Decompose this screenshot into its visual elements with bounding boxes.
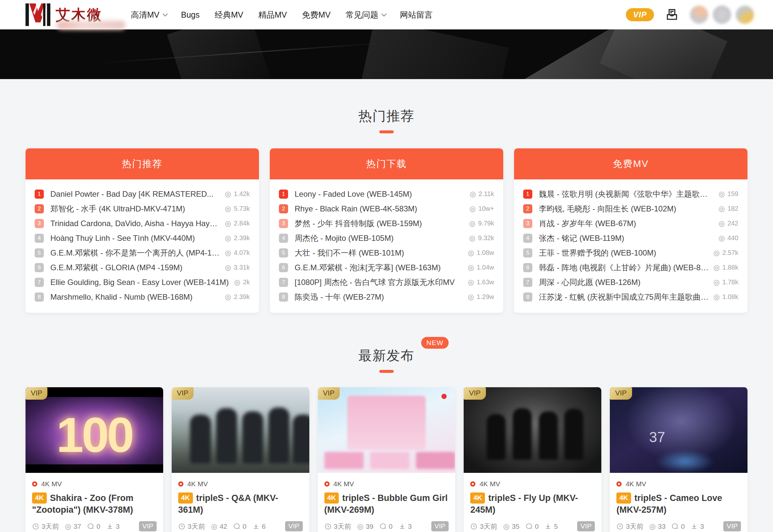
rank-list: 1Daniel Powter - Bad Day [4K REMASTERED.… xyxy=(25,179,259,313)
category: 4K MV xyxy=(324,480,449,488)
rank-item[interactable]: 5大壮 - 我们不一样 (WEB-101M)◎1.08w xyxy=(279,245,494,260)
views-icon: ◎ xyxy=(225,191,231,198)
view-count: ◎2.11k xyxy=(470,190,494,198)
rank-item[interactable]: 3梦然 - 少年 抖音特制版 (WEB-159M)◎9.79k xyxy=(279,216,494,231)
rank-item[interactable]: 8汪苏泷 - 红帆 (庆祝新中国成立75周年主题歌曲) (WE...◎1.08k xyxy=(523,290,738,304)
rank-item[interactable]: 2李昀锐, 毛晓彤 - 向阳生长 (WEB-102M)◎182 xyxy=(523,201,738,216)
comment-icon xyxy=(233,523,240,530)
video-card[interactable]: VIP 4K MV 4KtripleS - Q&A (MKV-361M) 3天前… xyxy=(172,387,309,532)
vip-tag: VIP xyxy=(25,387,47,400)
card-title[interactable]: 4KtripleS - Bubble Gum Girl (MKV-269M) xyxy=(324,492,449,518)
card-stats: 3天前 ◎39 0 3 VIP xyxy=(324,521,449,531)
downloads-stat: 5 xyxy=(545,523,558,530)
rank-item[interactable]: 1Daniel Powter - Bad Day [4K REMASTERED.… xyxy=(35,187,250,201)
nav-item-hd-mv[interactable]: 高清MV xyxy=(131,9,166,20)
thumbnail-art xyxy=(539,411,558,460)
thumbnail-art xyxy=(268,407,289,464)
rank-badge: 4 xyxy=(35,234,44,243)
video-thumbnail[interactable]: VIP 37 xyxy=(610,387,748,473)
views-icon: ◎ xyxy=(225,205,231,212)
clock-icon xyxy=(178,523,185,530)
views-icon: ◎ xyxy=(225,220,231,227)
video-title: 王菲 - 世界赠予我的 (WEB-100M) xyxy=(539,248,714,258)
rank-badge: 5 xyxy=(523,248,532,258)
rank-item[interactable]: 3Trinidad Cardona, DaVido, Aisha - Hayya… xyxy=(35,216,250,231)
rank-item[interactable]: 6G.E.M.邓紫棋 - GLORIA (MP4 -159M)◎3.31k xyxy=(35,260,250,275)
vip-tag: VIP xyxy=(172,387,193,400)
category-dot-icon xyxy=(616,481,622,487)
rank-item[interactable]: 5G.E.M.邓紫棋 - 你不是第一个离开的人 (MP4-127M)◎4.07k xyxy=(35,245,250,260)
rank-item[interactable]: 1Leony - Faded Love (WEB-145M)◎2.11k xyxy=(279,187,494,201)
view-count: ◎2.57k xyxy=(714,249,738,257)
nav-item-classic-mv[interactable]: 经典MV xyxy=(214,9,243,20)
video-thumbnail[interactable]: VIP xyxy=(318,387,456,473)
avatar[interactable] xyxy=(713,6,731,24)
vip-button[interactable]: VIP xyxy=(626,8,654,21)
rank-item[interactable]: 3肖战 - 岁岁年年 (WEB-67M)◎242 xyxy=(523,216,738,231)
avatar[interactable] xyxy=(736,6,754,24)
views-icon: ◎ xyxy=(468,279,474,286)
4k-badge: 4K xyxy=(324,492,339,504)
downloads-stat: 3 xyxy=(691,523,704,530)
nav-item-faq[interactable]: 常见问题 xyxy=(345,9,385,20)
inbox-icon[interactable] xyxy=(665,8,679,22)
nav-item-free-mv[interactable]: 免费MV xyxy=(302,9,330,20)
video-thumbnail[interactable]: VIP 100 xyxy=(25,387,163,473)
hero-shard xyxy=(600,29,728,79)
rank-item[interactable]: 5王菲 - 世界赠予我的 (WEB-100M)◎2.57k xyxy=(523,245,738,260)
nav-item-bugs[interactable]: Bugs xyxy=(181,10,200,20)
comment-icon xyxy=(671,523,679,530)
hero-shard xyxy=(361,29,509,79)
view-count: ◎5.73k xyxy=(225,205,250,212)
video-card[interactable]: VIP 37 4K MV 4KtripleS - Cameo Love (MKV… xyxy=(610,387,748,532)
rank-item[interactable]: 6韩磊 - 阵地 (电视剧《上甘岭》片尾曲) (WEB-86M)◎1.88k xyxy=(523,260,738,275)
card-title[interactable]: 4KShakira - Zoo (From "Zootopia") (MKV-3… xyxy=(32,492,157,518)
category-dot-icon xyxy=(470,481,476,487)
views-stat: ◎35 xyxy=(503,523,520,530)
rank-item[interactable]: 2郑智化 - 水手 (4K UltraHD-MKV-471M)◎5.73k xyxy=(35,201,250,216)
rank-item[interactable]: 8Marshmello, Khalid - Numb (WEB-168M)◎2.… xyxy=(35,290,250,304)
nav-item-premium-mv[interactable]: 精品MV xyxy=(258,9,287,20)
card-title[interactable]: 4KtripleS - Cameo Love (MKV-257M) xyxy=(616,492,741,518)
video-title: Rhye - Black Rain (WEB-4K-583M) xyxy=(294,204,469,213)
site-logo[interactable]: 艾木微 xyxy=(25,2,103,27)
video-card[interactable]: VIP 4K MV 4KtripleS - Fly Up (MKV-245M) … xyxy=(464,387,601,532)
video-title: [1080P] 周杰伦 - 告白气球 官方原版无水印MV xyxy=(294,277,468,288)
views-icon: ◎ xyxy=(469,235,476,242)
card-title[interactable]: 4KtripleS - Fly Up (MKV-245M) xyxy=(470,492,595,518)
video-thumbnail[interactable]: VIP xyxy=(172,387,309,473)
rank-item[interactable]: 8陈奕迅 - 十年 (WEB-27M)◎1.29w xyxy=(279,290,494,304)
video-title: 周深 - 心同此愿 (WEB-126M) xyxy=(539,277,714,288)
comment-icon xyxy=(526,523,533,530)
rank-item[interactable]: 7周深 - 心同此愿 (WEB-126M)◎1.78k xyxy=(523,275,738,290)
card-stats: 3天前 ◎33 0 3 VIP xyxy=(616,521,741,531)
views-icon: ◎ xyxy=(65,523,71,530)
title-underline xyxy=(379,370,394,373)
latest-section: 最新发布 NEW VIP 100 4K MV 4KShakira - Zoo (… xyxy=(0,347,773,532)
rank-item[interactable]: 7[1080P] 周杰伦 - 告白气球 官方原版无水印MV◎1.63w xyxy=(279,275,494,290)
rank-item[interactable]: 4张杰 - 铭记 (WEB-119M)◎440 xyxy=(523,231,738,245)
rank-item[interactable]: 6G.E.M.邓紫棋 - 泡沫[无字幕] (WEB-163M)◎1.04w xyxy=(279,260,494,275)
clock-icon xyxy=(470,523,478,530)
rank-item[interactable]: 4Hoàng Thuỳ Linh - See Tình (MKV-440M)◎2… xyxy=(35,231,250,245)
rank-item[interactable]: 4周杰伦 - Mojito (WEB-105M)◎9.32k xyxy=(279,231,494,245)
video-card[interactable]: VIP 100 4K MV 4KShakira - Zoo (From "Zoo… xyxy=(25,387,163,532)
video-title: 张杰 - 铭记 (WEB-119M) xyxy=(539,233,718,243)
logo-m-icon xyxy=(25,2,50,27)
comment-icon xyxy=(87,523,94,530)
rank-badge: 8 xyxy=(279,292,288,302)
rank-item[interactable]: 2Rhye - Black Rain (WEB-4K-583M)◎10w+ xyxy=(279,201,494,216)
card-title[interactable]: 4KtripleS - Q&A (MKV-361M) xyxy=(178,492,303,518)
views-icon: ◎ xyxy=(469,220,476,227)
nav-item-guestbook[interactable]: 网站留言 xyxy=(400,9,433,20)
views-icon: ◎ xyxy=(225,235,231,242)
latest-section-head: 最新发布 NEW xyxy=(0,347,773,373)
rank-item[interactable]: 1魏晨 - 弦歌月明 (央视新闻《弦歌中华》主题歌曲)...◎159 xyxy=(523,187,738,201)
rank-item[interactable]: 7Ellie Goulding, Big Sean - Easy Lover (… xyxy=(35,275,250,290)
view-count: ◎1.88k xyxy=(714,264,738,271)
video-thumbnail[interactable]: VIP xyxy=(464,387,601,473)
avatar[interactable] xyxy=(690,6,708,24)
thumbnail-art xyxy=(564,409,583,460)
downloads-stat: 3 xyxy=(399,523,412,530)
video-card[interactable]: VIP 4K MV 4KtripleS - Bubble Gum Girl (M… xyxy=(318,387,456,532)
